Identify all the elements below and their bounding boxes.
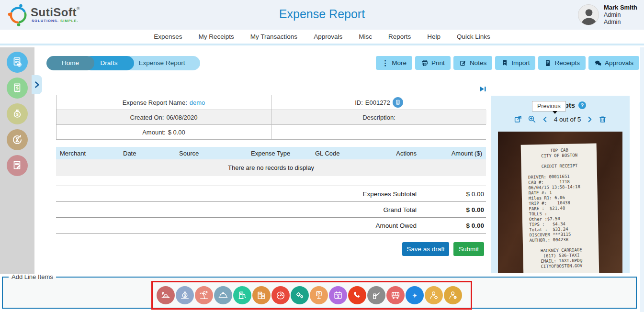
telephone-icon[interactable] <box>348 286 366 304</box>
tolls-icon[interactable] <box>367 286 385 304</box>
col-merchant[interactable]: Merchant <box>56 150 119 157</box>
approvals-button[interactable]: Approvals <box>588 56 639 70</box>
amount-owed-label: Amount Owed <box>375 222 417 229</box>
amount-value: $ 0.00 <box>168 129 185 136</box>
line-items-table: Merchant Date Source Expense Type GL Cod… <box>56 147 486 176</box>
receipt-line: CITYOFBOSTON.GOV <box>530 263 593 270</box>
nav-item-approvals[interactable]: Approvals <box>314 33 342 40</box>
col-actions[interactable]: Actions <box>378 150 420 157</box>
col-gl-code[interactable]: GL Code <box>311 150 378 157</box>
amount-cell: Amount: $ 0.00 <box>56 125 271 139</box>
receipts-panel: My Receipts ? Previous 4 out of 5 <box>491 96 630 273</box>
parking-icon[interactable]: P <box>310 286 328 304</box>
airfare-icon[interactable]: ✈ <box>406 286 424 304</box>
description-label: Description: <box>362 114 395 121</box>
amount-label: Amount: <box>142 129 165 136</box>
col-source[interactable]: Source <box>175 150 247 157</box>
next-receipt-icon[interactable] <box>586 115 593 123</box>
bus-icon[interactable] <box>386 286 405 304</box>
sidebar-new-expense-report-icon[interactable] <box>7 52 28 73</box>
report-name-link[interactable]: demo <box>190 99 205 106</box>
person-silhouette-icon <box>578 5 599 25</box>
grand-total-row: Grand Total $ 0.00 <box>56 201 486 217</box>
zoom-icon[interactable] <box>528 115 536 123</box>
dining-icon[interactable] <box>214 286 232 304</box>
col-expense-type[interactable]: Expense Type <box>247 150 311 157</box>
subtotal-label: Expenses Subtotal <box>362 190 417 198</box>
col-amount[interactable]: Amount ($) <box>420 150 486 157</box>
tab-home[interactable]: Home <box>46 56 94 70</box>
nav-item-reports[interactable]: Reports <box>388 33 411 40</box>
created-on-label: Created On: <box>130 114 164 121</box>
receipt-paper: TOP CABCITY OF BOSTONCREDIT RECEIPT DRIV… <box>521 143 601 273</box>
add-line-items-legend: Add Line Items <box>9 273 56 280</box>
toolbar: ⋮ More Print Notes Import Receipts Appro… <box>376 56 639 70</box>
add-line-items-panel: Add Line Items $ <box>2 273 637 309</box>
grand-total-label: Grand Total <box>383 206 417 213</box>
vacation-icon[interactable] <box>195 286 213 304</box>
save-as-draft-button[interactable]: Save as draft <box>402 242 449 256</box>
print-button[interactable]: Print <box>415 56 451 70</box>
vertical-scrollbar[interactable] <box>640 47 644 312</box>
miscellaneous-icon[interactable] <box>291 286 309 304</box>
receipts-button[interactable]: Receipts <box>538 56 586 70</box>
svg-text:✈: ✈ <box>412 292 417 299</box>
col-date[interactable]: Date <box>119 150 175 157</box>
more-button[interactable]: ⋮ More <box>376 56 412 70</box>
import-download-icon <box>501 59 508 67</box>
edit-note-icon <box>459 59 467 67</box>
receipt-pager: 4 out of 5 <box>554 116 581 123</box>
report-summary-form: Expense Report Name: demo ID: E001272 Cr… <box>56 95 486 140</box>
sidebar-cash-advance-icon[interactable]: $ <box>7 103 28 124</box>
report-name-label: Expense Report Name: <box>123 99 187 106</box>
nav-item-misc[interactable]: Misc <box>359 33 372 40</box>
line-items-highlight-box: $ P $ <box>151 281 472 310</box>
previous-receipt-icon[interactable] <box>542 115 549 123</box>
open-external-icon[interactable] <box>514 115 522 123</box>
user-dept: Admin <box>604 19 637 26</box>
totals-section: Expenses Subtotal $ 0.00 Grand Total $ 0… <box>56 186 486 234</box>
collapse-panel-icon[interactable] <box>479 85 486 95</box>
nav-item-my-receipts[interactable]: My Receipts <box>199 33 234 40</box>
nav-item-quick-links[interactable]: Quick Links <box>457 33 490 40</box>
report-id-cell: ID: E001272 <box>271 95 486 110</box>
delete-receipt-icon[interactable] <box>599 115 607 123</box>
help-icon[interactable]: ? <box>578 101 586 109</box>
table-header-row: Merchant Date Source Expense Type GL Cod… <box>56 147 486 159</box>
mileage-icon[interactable] <box>271 286 290 304</box>
nav-item-expenses[interactable]: Expenses <box>154 33 182 40</box>
notes-button[interactable]: Notes <box>453 56 492 70</box>
sidebar-draft-reports-icon[interactable] <box>7 155 28 176</box>
created-on-value: 06/08/2020 <box>166 114 197 121</box>
user-role: Admin <box>604 11 637 19</box>
car-rental-icon[interactable] <box>157 286 175 304</box>
tab-expense-report[interactable]: Expense Report <box>124 56 200 70</box>
consultant-icon[interactable] <box>444 286 462 304</box>
sidebar-expand-button[interactable] <box>32 75 42 94</box>
report-id-label: ID: <box>355 99 363 106</box>
receipt-body: DRIVER: 00011651CAB #: 171806/04/15 13:5… <box>528 174 593 249</box>
cash-advance-icon[interactable]: $ <box>176 286 194 304</box>
user-block[interactable]: Mark Smith Admin Admin <box>578 4 637 26</box>
nav-item-my-transactions[interactable]: My Transactions <box>250 33 297 40</box>
submit-button[interactable]: Submit <box>453 242 484 256</box>
fuel-icon[interactable] <box>233 286 251 304</box>
receipts-controls: 4 out of 5 <box>491 115 630 123</box>
import-button[interactable]: Import <box>495 56 535 70</box>
copy-id-icon[interactable] <box>393 97 403 108</box>
svg-text:$: $ <box>16 111 19 117</box>
more-dots-icon: ⋮ <box>382 59 389 67</box>
description-cell: Description: <box>271 110 486 124</box>
nav-item-help[interactable]: Help <box>427 33 441 40</box>
created-on-cell: Created On: 06/08/2020 <box>56 110 271 124</box>
subtotal-value: $ 0.00 <box>417 190 486 198</box>
hotel-icon[interactable] <box>252 286 271 304</box>
receipt-photo[interactable]: TOP CABCITY OF BOSTONCREDIT RECEIPT DRIV… <box>498 132 622 273</box>
employee-icon[interactable] <box>425 286 443 304</box>
empty-cell <box>271 125 486 139</box>
avatar[interactable] <box>578 4 599 25</box>
sidebar-receipts-icon[interactable]: $ <box>7 78 28 99</box>
sidebar-pending-approvals-icon[interactable] <box>7 129 28 150</box>
chat-bubbles-icon <box>594 59 602 67</box>
per-diem-icon[interactable]: $ <box>329 286 347 304</box>
